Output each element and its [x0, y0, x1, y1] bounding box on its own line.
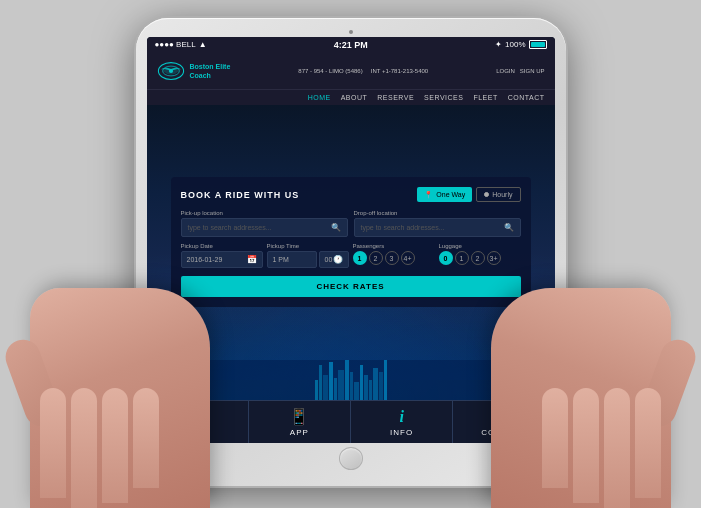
one-way-label: One Way: [436, 191, 465, 198]
luggage-btn-3plus[interactable]: 3+: [487, 251, 501, 265]
dropoff-group: Drop-off location type to search address…: [354, 210, 521, 237]
calendar-icon: 📅: [247, 255, 257, 264]
status-battery: ✦ 100%: [495, 40, 546, 49]
ride-options: 📍 One Way Hourly: [417, 187, 520, 202]
one-way-option[interactable]: 📍 One Way: [417, 187, 472, 202]
nav-contact[interactable]: CONTACT: [508, 94, 545, 101]
passengers-btn-1[interactable]: 1: [353, 251, 367, 265]
login-link[interactable]: LOGIN: [496, 68, 515, 74]
logo-icon: [157, 57, 185, 85]
passengers-btn-4plus[interactable]: 4+: [401, 251, 415, 265]
date-input[interactable]: 2016-01-29 📅: [181, 251, 263, 268]
time-inputs: 1 PM 00 🕐: [267, 251, 349, 268]
logo-text: Boston Elite Coach: [190, 62, 231, 80]
info-icon: i: [399, 409, 403, 425]
luggage-btn-1[interactable]: 1: [455, 251, 469, 265]
time-icon: 🕐: [333, 255, 343, 264]
time-hour-input[interactable]: 1 PM: [267, 251, 317, 268]
logo-area: Boston Elite Coach: [157, 57, 231, 85]
info-label: INFO: [390, 428, 413, 437]
hourly-label: Hourly: [492, 191, 512, 198]
status-time: 4:21 PM: [334, 40, 368, 50]
check-rates-button[interactable]: CHECK RATES: [181, 276, 521, 297]
luggage-btn-0[interactable]: 0: [439, 251, 453, 265]
home-button[interactable]: [339, 447, 363, 470]
app-label: APP: [290, 428, 309, 437]
app-icon: 📱: [289, 409, 309, 425]
luggage-label: Luggage: [439, 243, 521, 249]
location-row: Pick-up location type to search addresse…: [181, 210, 521, 237]
camera-dot: [349, 30, 353, 34]
nav-services[interactable]: SERVICES: [424, 94, 463, 101]
nav-links: HOME ABOUT RESERVE SERVICES FLEET CONTAC…: [308, 94, 545, 101]
pickup-search-icon: 🔍: [331, 223, 341, 232]
passengers-btn-2[interactable]: 2: [369, 251, 383, 265]
pickup-input[interactable]: type to search addresses... 🔍: [181, 218, 348, 237]
nav-reserve[interactable]: RESERVE: [377, 94, 414, 101]
auth-links[interactable]: LOGIN SIGN UP: [496, 68, 544, 74]
dropoff-search-icon: 🔍: [504, 223, 514, 232]
details-row: Pickup Date 2016-01-29 📅 Pickup Time: [181, 243, 521, 268]
dropoff-input[interactable]: type to search addresses... 🔍: [354, 218, 521, 237]
nav-fleet[interactable]: FLEET: [473, 94, 497, 101]
booking-widget: BOOK A RIDE WITH US 📍 One Way Hourly: [171, 177, 531, 307]
widget-title: BOOK A RIDE WITH US: [181, 190, 300, 200]
signup-link[interactable]: SIGN UP: [520, 68, 545, 74]
date-label: Pickup Date: [181, 243, 263, 249]
status-signal: ●●●● BELL ▲: [155, 40, 207, 49]
passengers-btn-3[interactable]: 3: [385, 251, 399, 265]
hourly-option[interactable]: Hourly: [476, 187, 520, 202]
top-info-bar: Boston Elite Coach 877 - 954 - LIMO (548…: [147, 53, 555, 90]
time-minute-input[interactable]: 00 🕐: [319, 251, 349, 268]
nav-about[interactable]: ABOUT: [341, 94, 368, 101]
date-group: Pickup Date 2016-01-29 📅: [181, 243, 263, 268]
passengers-label: Passengers: [353, 243, 435, 249]
bottom-info[interactable]: i INFO: [350, 401, 452, 443]
passengers-stepper: 1 2 3 4+: [353, 251, 435, 265]
time-group: Pickup Time 1 PM 00 🕐: [267, 243, 349, 268]
widget-header: BOOK A RIDE WITH US 📍 One Way Hourly: [181, 187, 521, 202]
contact-info: 877 - 954 - LIMO (5486) INT +1-781-213-5…: [298, 68, 428, 74]
bottom-app[interactable]: 📱 APP: [248, 401, 350, 443]
luggage-group: Luggage 0 1 2 3+: [439, 243, 521, 268]
status-bar: ●●●● BELL ▲ 4:21 PM ✦ 100%: [147, 37, 555, 53]
scene: ●●●● BELL ▲ 4:21 PM ✦ 100%: [0, 0, 701, 508]
dropoff-label: Drop-off location: [354, 210, 521, 216]
luggage-btn-2[interactable]: 2: [471, 251, 485, 265]
time-label: Pickup Time: [267, 243, 349, 249]
pickup-label: Pick-up location: [181, 210, 348, 216]
pickup-group: Pick-up location type to search addresse…: [181, 210, 348, 237]
passengers-group: Passengers 1 2 3 4+: [353, 243, 435, 268]
main-nav: HOME ABOUT RESERVE SERVICES FLEET CONTAC…: [147, 90, 555, 105]
luggage-stepper: 0 1 2 3+: [439, 251, 521, 265]
nav-home[interactable]: HOME: [308, 94, 331, 101]
